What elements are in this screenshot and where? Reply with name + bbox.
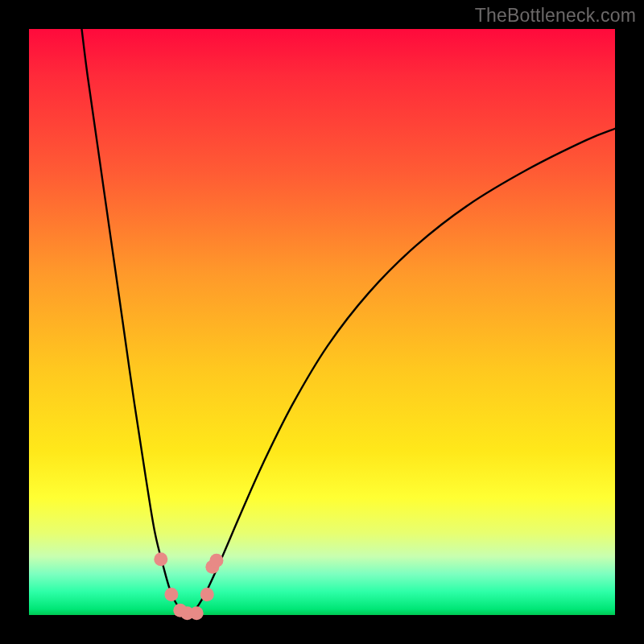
watermark-text: TheBottleneck.com [475, 5, 636, 27]
chart-frame: TheBottleneck.com [0, 0, 644, 644]
data-marker [209, 554, 223, 568]
data-marker [164, 588, 178, 601]
curve-right [188, 129, 615, 615]
plot-area [29, 29, 615, 615]
data-marker [154, 552, 167, 566]
data-markers [154, 552, 223, 620]
curve-left [82, 29, 188, 615]
data-marker [190, 606, 204, 620]
chart-svg [29, 29, 615, 615]
data-marker [200, 588, 214, 601]
